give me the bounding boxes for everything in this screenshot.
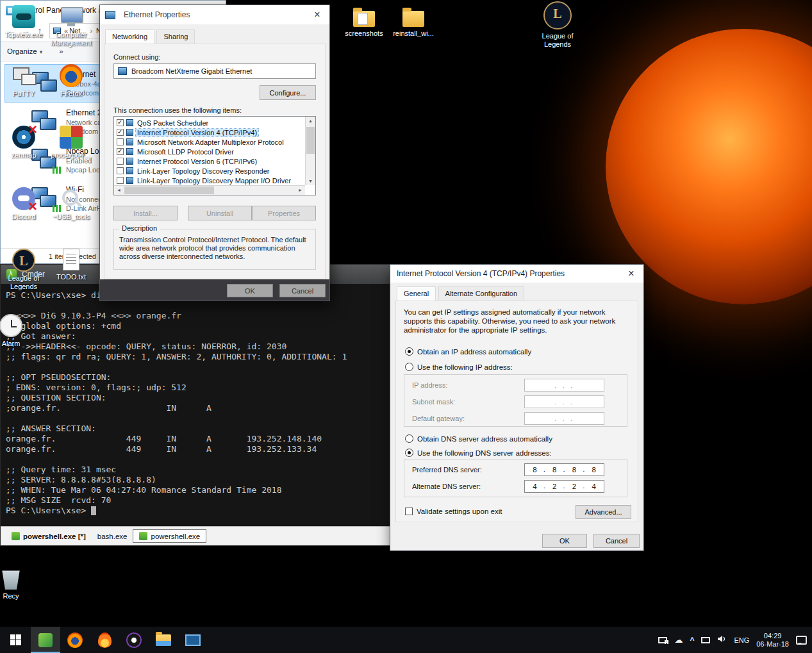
desktop-icon-alarm[interactable]: Alarm	[0, 314, 35, 348]
checkbox-checked[interactable]	[117, 119, 124, 126]
tab-general[interactable]: General	[397, 286, 436, 301]
desktop-icon-label: reinstall_wi...	[390, 29, 437, 38]
dialog-titlebar[interactable]: Internet Protocol Version 4 (TCP/IPv4) P…	[390, 265, 643, 283]
default-gateway-field[interactable]	[524, 412, 604, 425]
ip-address-field[interactable]	[524, 379, 604, 392]
connection-item[interactable]: Link-Layer Topology Discovery Responder	[115, 166, 304, 176]
desktop-icon-league-of-legends[interactable]: League of Legends	[0, 249, 47, 291]
checkbox-unchecked[interactable]	[117, 138, 124, 145]
taskbar-app-remote[interactable]	[178, 627, 208, 653]
desktop-icon-procexp[interactable]: procexp64....	[47, 126, 95, 160]
action-center-icon[interactable]	[796, 636, 807, 645]
validate-settings-checkbox[interactable]: Validate settings upon exit	[405, 508, 502, 515]
dialog-titlebar[interactable]: Ethernet Properties	[100, 5, 329, 24]
close-button[interactable]	[619, 264, 643, 283]
checkbox-unchecked[interactable]	[117, 167, 124, 174]
cmder-icon	[38, 633, 53, 647]
desktop-icon-firefox[interactable]: Firefox	[47, 64, 95, 98]
install-button[interactable]: Install...	[113, 206, 178, 220]
uninstall-button[interactable]: Uninstall	[188, 206, 252, 220]
checkbox-checked[interactable]	[117, 129, 124, 136]
network-status-icon[interactable]	[658, 637, 667, 643]
taskbar-app-firefox[interactable]	[60, 627, 90, 653]
ethernet-properties-dialog: Ethernet Properties Networking Sharing C…	[99, 4, 330, 301]
subnet-mask-field[interactable]	[524, 395, 604, 408]
radio-use-following-ip[interactable]: Use the following IP address:	[405, 363, 513, 371]
ok-button[interactable]: OK	[542, 534, 587, 548]
cancel-button[interactable]: Cancel	[593, 534, 640, 548]
organize-button[interactable]: Organize	[7, 47, 42, 55]
connection-item-label: Microsoft LLDP Protocol Driver	[136, 148, 235, 156]
connection-item[interactable]: Internet Protocol Version 6 (TCP/IPv6)	[115, 156, 304, 166]
browser-ring-icon	[126, 632, 142, 648]
connection-item[interactable]: Link-Layer Topology Discovery Mapper I/O…	[115, 176, 304, 185]
tab-powershell[interactable]: powershell.exe	[133, 529, 206, 543]
configure-button[interactable]: Configure...	[260, 85, 316, 100]
taskbar-app-cmder[interactable]	[31, 627, 60, 653]
folder-icon	[353, 11, 375, 27]
start-button[interactable]	[0, 627, 31, 653]
desktop-wallpaper-planet	[606, 29, 812, 304]
desktop-icon-tcpview[interactable]: Tcpview.exe	[0, 5, 47, 39]
display-icon[interactable]	[701, 637, 710, 643]
connection-item-selected[interactable]: Internet Protocol Version 4 (TCP/IPv4)	[115, 128, 304, 137]
radio-obtain-ip-automatically[interactable]: Obtain an IP address automatically	[405, 347, 531, 356]
volume-icon[interactable]	[717, 634, 727, 646]
connection-items-list[interactable]: QoS Packet Scheduler Internet Protocol V…	[113, 116, 316, 195]
tab-networking[interactable]: Networking	[105, 29, 154, 44]
protocol-icon	[126, 119, 133, 126]
adapter-name: Broadcom NetXtreme Gigabit Ethernet	[131, 67, 252, 75]
connection-item-label: Internet Protocol Version 6 (TCP/IPv6)	[136, 158, 258, 165]
desktop-icon-computer-management[interactable]: Computer Management	[47, 5, 95, 47]
onedrive-cloud-icon[interactable]: ☁	[674, 636, 683, 644]
show-hidden-icons-chevron[interactable]: ^	[690, 636, 694, 644]
radio-use-following-dns[interactable]: Use the following DNS server addresses:	[405, 449, 552, 457]
taskbar-app-flame[interactable]	[90, 627, 119, 653]
connection-item[interactable]: QoS Packet Scheduler	[115, 118, 304, 128]
tab-bash[interactable]: bash.exe	[92, 531, 133, 542]
advanced-button[interactable]: Advanced...	[576, 505, 631, 519]
desktop-icon-discord[interactable]: Discord	[0, 187, 47, 221]
preferred-dns-field[interactable]: 8888	[524, 463, 604, 476]
desktop-icon-reinstall[interactable]: reinstall_wi...	[390, 5, 437, 38]
desktop-icon-recycle-bin[interactable]: Recy	[0, 566, 35, 600]
taskbar-clock[interactable]: 04:29 06-Mar-18	[756, 632, 789, 649]
checkbox-unchecked[interactable]	[117, 158, 124, 165]
connection-item[interactable]: Microsoft Network Adapter Multiplexor Pr…	[115, 137, 304, 147]
desktop-icon-usb-tools[interactable]: ~USB_tools	[47, 187, 95, 221]
alternate-dns-field[interactable]: 4224	[524, 480, 604, 493]
dialog-title: Internet Protocol Version 4 (TCP/IPv4) P…	[397, 269, 619, 278]
clock-date: 06-Mar-18	[756, 640, 789, 649]
desktop-icon-zenmap[interactable]: zenmap	[0, 126, 47, 160]
tab-powershell-admin[interactable]: powershell.exe [*]	[6, 530, 92, 542]
protocol-icon	[126, 158, 133, 165]
vertical-scrollbar[interactable]	[305, 117, 315, 185]
desktop-icon-todo-txt[interactable]: TODO.txt	[47, 249, 95, 281]
desktop-icon-label: Computer Management	[47, 31, 95, 47]
taskbar-app-file-explorer[interactable]	[149, 627, 178, 653]
tab-sharing[interactable]: Sharing	[156, 29, 195, 44]
more-commands-chevron[interactable]	[59, 47, 63, 55]
ipv4-properties-dialog: Internet Protocol Version 4 (TCP/IPv4) P…	[390, 264, 644, 551]
desktop-icon-putty[interactable]: PuTTY	[0, 64, 47, 98]
scrollbar-thumb[interactable]	[124, 186, 214, 194]
language-indicator[interactable]: ENG	[734, 636, 749, 644]
radio-obtain-dns-automatically[interactable]: Obtain DNS server address automatically	[405, 434, 552, 443]
cancel-button[interactable]: Cancel	[279, 284, 326, 297]
desktop-icon-league-of-legends-top[interactable]: League of Legends	[534, 1, 581, 49]
scrollbar-thumb[interactable]	[306, 127, 315, 154]
checkbox-unchecked	[405, 508, 413, 515]
checkbox-unchecked[interactable]	[117, 177, 124, 184]
checkbox-checked[interactable]	[117, 148, 124, 155]
description-label: Description	[119, 224, 160, 232]
connection-item-label: Link-Layer Topology Discovery Responder	[136, 167, 270, 175]
taskbar-app-opera[interactable]	[119, 627, 149, 653]
connection-item[interactable]: Microsoft LLDP Protocol Driver	[115, 147, 304, 156]
close-button[interactable]	[305, 5, 329, 24]
horizontal-scrollbar[interactable]	[114, 185, 305, 195]
ok-button[interactable]: OK	[227, 284, 273, 297]
tab-alternate-configuration[interactable]: Alternate Configuration	[438, 286, 525, 301]
desktop-icon-screenshots[interactable]: screenshots	[340, 5, 388, 38]
properties-button[interactable]: Properties	[252, 206, 316, 220]
desktop-icon-label: Discord	[0, 213, 47, 221]
